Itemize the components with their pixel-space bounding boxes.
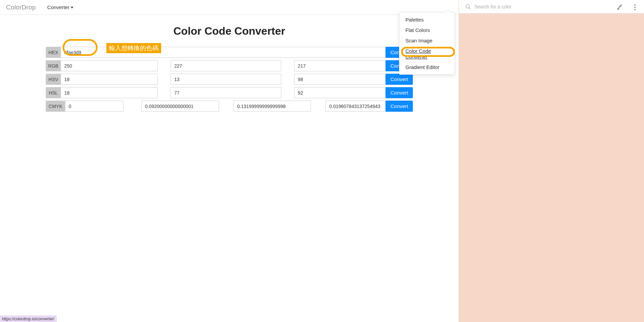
input-cmyk-y[interactable] [234,101,311,112]
input-cmyk-m[interactable] [141,101,219,112]
convert-hsv-button[interactable]: Convert [386,74,413,85]
brush-icon[interactable] [616,3,623,11]
right-panel [459,0,644,322]
input-rgb-g[interactable] [171,60,281,71]
label-cmyk: CMYK [46,101,65,112]
status-bar-url: https://colordrop.io/converter/ [0,316,57,322]
input-hsl-h[interactable] [61,87,158,98]
menu-item-label: Color Code Converter [405,48,431,60]
converter-rows: HEX Convert RGB Convert HSV Convert HSL [46,47,413,112]
menu-color-code-converter[interactable]: Color Code Converter [399,46,455,62]
brand-logo[interactable]: ColorDrop [6,4,36,11]
input-cmyk-k[interactable] [325,101,386,112]
menu-flat-colors[interactable]: Flat Colors [399,25,455,35]
input-hsv-v[interactable] [294,74,386,85]
input-cmyk-c[interactable] [65,101,123,112]
convert-hsl-button[interactable]: Convert [386,87,413,98]
label-hsv: HSV [46,74,61,85]
menu-item-label: Flat Colors [405,27,430,33]
input-hsl-l[interactable] [294,87,386,98]
label-hex: HEX [46,47,61,58]
tools-dropdown: Palettes Flat Colors Scan Image Color Co… [399,12,455,75]
convert-cmyk-button[interactable]: Convert [386,101,413,112]
input-rgb-b[interactable] [294,60,386,71]
row-hex: HEX Convert [46,47,413,58]
row-rgb: RGB Convert [46,60,413,71]
input-hsl-s[interactable] [171,87,281,98]
label-hsl: HSL [46,87,61,98]
top-bar: ColorDrop Converter [0,0,644,15]
menu-palettes[interactable]: Palettes [399,14,455,25]
menu-gradient-editor[interactable]: Gradient Editor [399,62,455,72]
input-hsv-h[interactable] [61,74,158,85]
row-hsv: HSV Convert [46,74,413,85]
menu-scan-image[interactable]: Scan Image [399,35,455,46]
nav-converter[interactable]: Converter [47,4,73,10]
kebab-menu-icon[interactable] [632,3,638,11]
menu-item-label: Gradient Editor [405,64,439,70]
input-hsv-s[interactable] [171,74,281,85]
page-title: Color Code Converter [0,25,459,37]
annotation-label: 輸入想轉換的色碼 [106,43,161,53]
menu-item-label: Palettes [405,17,424,23]
label-rgb: RGB [46,60,61,71]
menu-item-label: Scan Image [405,38,432,43]
row-cmyk: CMYK Convert [46,101,413,112]
chevron-down-icon [71,7,73,8]
nav-converter-label: Converter [47,4,69,10]
main-content: Color Code Converter HEX Convert RGB Con… [0,15,459,322]
row-hsl: HSL Convert [46,87,413,98]
input-rgb-r[interactable] [61,60,158,71]
